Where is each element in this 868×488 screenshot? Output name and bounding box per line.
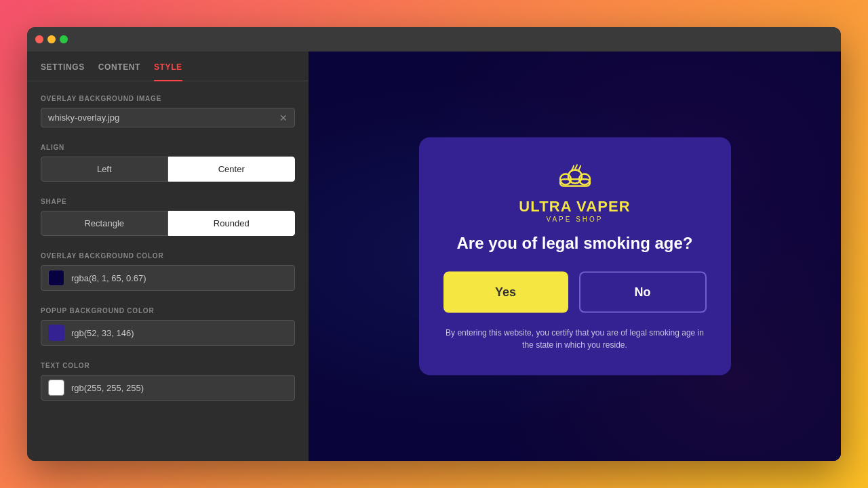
overlay-bg-color-field[interactable]: rgba(8, 1, 65, 0.67) <box>41 265 295 291</box>
popup-buttons: Yes No <box>443 272 707 313</box>
brand-svg-icon <box>559 165 591 189</box>
shape-section: SHAPE Rectangle Rounded <box>41 198 295 236</box>
shape-rounded-button[interactable]: Rounded <box>168 211 296 236</box>
traffic-light-yellow[interactable] <box>47 35 56 43</box>
align-button-group: Left Center <box>41 157 295 182</box>
traffic-lights <box>35 35 68 43</box>
align-label: ALIGN <box>41 144 295 151</box>
tab-style[interactable]: STYLE <box>154 52 182 81</box>
panel-body: OVERLAY BACKGROUND IMAGE whisky-overlay.… <box>27 81 309 430</box>
text-color-field[interactable]: rgb(255, 255, 255) <box>41 375 295 401</box>
brand-name: ULTRA VAPER <box>443 198 707 216</box>
overlay-bg-color-value: rgba(8, 1, 65, 0.67) <box>71 273 146 283</box>
align-center-button[interactable]: Center <box>168 157 296 182</box>
app-window: SETTINGS CONTENT STYLE OVERLAY BACKGROUN… <box>27 27 841 461</box>
brand-logo: ULTRA VAPER VAPE SHOP <box>443 165 707 223</box>
popup-bg-color-swatch <box>48 325 64 341</box>
tab-content[interactable]: CONTENT <box>98 52 140 81</box>
text-color-section: TEXT COLOR rgb(255, 255, 255) <box>41 362 295 401</box>
popup-container: ULTRA VAPER VAPE SHOP Are you of legal s… <box>419 138 731 375</box>
shape-label: SHAPE <box>41 198 295 205</box>
popup-question: Are you of legal smoking age? <box>443 234 707 253</box>
overlay-bg-color-swatch <box>48 270 64 286</box>
brand-sub: VAPE SHOP <box>443 216 707 223</box>
preview-panel: ULTRA VAPER VAPE SHOP Are you of legal s… <box>309 52 841 461</box>
no-button[interactable]: No <box>579 272 707 313</box>
popup-disclaimer: By entering this website, you certify th… <box>443 327 707 351</box>
popup-card: ULTRA VAPER VAPE SHOP Are you of legal s… <box>419 138 731 375</box>
overlay-bg-color-section: OVERLAY BACKGROUND COLOR rgba(8, 1, 65, … <box>41 252 295 291</box>
text-color-label: TEXT COLOR <box>41 362 295 369</box>
tabs: SETTINGS CONTENT STYLE <box>27 52 309 81</box>
overlay-bg-filename: whisky-overlay.jpg <box>48 113 274 123</box>
overlay-bg-image-field[interactable]: whisky-overlay.jpg ✕ <box>41 108 295 127</box>
overlay-bg-image-label: OVERLAY BACKGROUND IMAGE <box>41 95 295 102</box>
traffic-light-green[interactable] <box>60 35 68 43</box>
popup-bg-color-value: rgb(52, 33, 146) <box>71 328 134 338</box>
title-bar <box>27 27 841 52</box>
align-left-button[interactable]: Left <box>41 157 168 182</box>
left-panel: SETTINGS CONTENT STYLE OVERLAY BACKGROUN… <box>27 52 309 461</box>
overlay-bg-color-label: OVERLAY BACKGROUND COLOR <box>41 252 295 260</box>
remove-image-icon[interactable]: ✕ <box>279 113 288 123</box>
popup-bg-color-field[interactable]: rgb(52, 33, 146) <box>41 320 295 346</box>
main-content: SETTINGS CONTENT STYLE OVERLAY BACKGROUN… <box>27 52 841 461</box>
tab-settings[interactable]: SETTINGS <box>41 52 85 81</box>
shape-button-group: Rectangle Rounded <box>41 211 295 236</box>
traffic-light-red[interactable] <box>35 35 43 43</box>
text-color-swatch <box>48 380 64 396</box>
shape-rectangle-button[interactable]: Rectangle <box>41 211 168 236</box>
align-section: ALIGN Left Center <box>41 144 295 182</box>
overlay-bg-image-section: OVERLAY BACKGROUND IMAGE whisky-overlay.… <box>41 95 295 127</box>
popup-bg-color-label: POPUP BACKGROUND COLOR <box>41 307 295 314</box>
popup-bg-color-section: POPUP BACKGROUND COLOR rgb(52, 33, 146) <box>41 307 295 346</box>
text-color-value: rgb(255, 255, 255) <box>71 383 144 393</box>
yes-button[interactable]: Yes <box>443 272 568 313</box>
brand-icon <box>443 165 707 195</box>
